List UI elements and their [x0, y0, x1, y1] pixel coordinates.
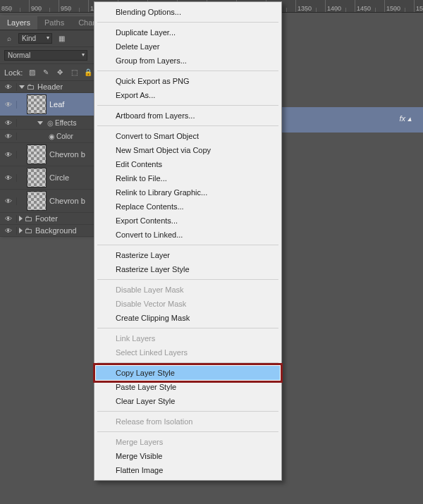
- menu-item[interactable]: Artboard from Layers...: [96, 109, 280, 123]
- visibility-eye-icon[interactable]: 👁: [0, 83, 17, 91]
- layer-row[interactable]: 👁◎Effects: [0, 116, 102, 130]
- layer-row[interactable]: 👁🗀Header: [0, 81, 102, 93]
- ruler-mark: 950: [59, 0, 89, 12]
- layer-row[interactable]: 👁Chevron b: [0, 190, 102, 213]
- layer-row[interactable]: 👁◉Color: [0, 130, 102, 143]
- visibility-eye-icon[interactable]: 👁: [0, 133, 17, 140]
- menu-separator: [97, 70, 278, 71]
- layer-filter-row: ⌕ Kind ▦: [0, 30, 102, 47]
- panel-tabs: LayersPathsChannels: [0, 16, 102, 30]
- menu-separator: [97, 125, 278, 126]
- lock-label: Lock:: [4, 68, 23, 77]
- folder-icon: 🗀: [25, 226, 32, 235]
- layer-name[interactable]: Footer: [35, 214, 102, 223]
- layer-thumbnail[interactable]: [27, 145, 47, 164]
- menu-item: Link Layers: [96, 331, 280, 345]
- folder-icon: 🗀: [25, 214, 32, 223]
- menu-item[interactable]: Merge Visible: [96, 449, 280, 463]
- lock-position-icon[interactable]: ✥: [55, 68, 65, 78]
- menu-item[interactable]: Edit Contents: [96, 157, 280, 171]
- disclosure-triangle-icon[interactable]: [19, 228, 23, 233]
- fx-icon: ◎: [45, 118, 55, 128]
- tab-layers[interactable]: Layers: [0, 16, 37, 30]
- lock-pixels-icon[interactable]: ✎: [41, 68, 51, 78]
- lock-artboard-icon[interactable]: ⬚: [69, 68, 79, 78]
- menu-item[interactable]: Convert to Smart Object: [96, 129, 280, 143]
- visibility-eye-icon[interactable]: 👁: [0, 227, 17, 235]
- ruler-mark: 1500: [385, 0, 415, 12]
- search-icon[interactable]: ⌕: [4, 34, 14, 44]
- layer-name[interactable]: Background: [35, 226, 102, 235]
- ruler-mark: 1450: [355, 0, 385, 12]
- fx-badge: fx ▴: [399, 114, 412, 123]
- menu-item[interactable]: Rasterize Layer Style: [96, 262, 280, 276]
- visibility-eye-icon[interactable]: 👁: [0, 174, 17, 182]
- menu-item[interactable]: Relink to Library Graphic...: [96, 185, 280, 199]
- layers-panel: LayersPathsChannels ⌕ Kind ▦ Normal Lock…: [0, 16, 102, 237]
- blend-mode-dropdown[interactable]: Normal: [4, 50, 87, 61]
- menu-item[interactable]: Convert to Linked...: [96, 228, 280, 242]
- layer-thumbnail[interactable]: [27, 191, 47, 211]
- menu-item[interactable]: Clear Layer Style: [96, 394, 280, 408]
- layer-thumbnail[interactable]: [27, 168, 47, 188]
- menu-item: Release from Isolation: [96, 414, 280, 429]
- menu-separator: [97, 362, 278, 363]
- menu-item[interactable]: Create Clipping Mask: [96, 311, 280, 325]
- menu-separator: [97, 411, 278, 412]
- menu-separator: [97, 245, 278, 245]
- layer-row[interactable]: 👁Circle: [0, 166, 102, 190]
- menu-separator: [97, 22, 278, 23]
- menu-item: Disable Layer Mask: [96, 283, 280, 297]
- visibility-eye-icon[interactable]: 👁: [0, 119, 17, 127]
- menu-item[interactable]: Duplicate Layer...: [96, 25, 280, 39]
- lock-all-icon[interactable]: 🔒: [83, 68, 93, 78]
- layer-row[interactable]: 👁🗀Background: [0, 225, 102, 237]
- menu-item[interactable]: Delete Layer: [96, 39, 280, 54]
- layer-name[interactable]: Header: [37, 82, 102, 91]
- menu-separator: [97, 279, 278, 280]
- folder-icon: 🗀: [27, 82, 35, 91]
- menu-item[interactable]: Quick Export as PNG: [96, 74, 280, 88]
- menu-item[interactable]: Replace Contents...: [96, 199, 280, 214]
- menu-item[interactable]: Blending Options...: [96, 5, 280, 19]
- menu-item[interactable]: Export Contents...: [96, 214, 280, 228]
- layer-thumbnail[interactable]: [27, 94, 47, 114]
- disclosure-triangle-icon[interactable]: [19, 85, 25, 89]
- filter-image-icon[interactable]: ▦: [56, 34, 66, 44]
- menu-separator: [97, 328, 278, 328]
- menu-separator: [97, 105, 278, 106]
- visibility-eye-icon[interactable]: 👁: [0, 151, 17, 159]
- visibility-eye-icon[interactable]: 👁: [0, 215, 17, 223]
- layer-row[interactable]: 👁Leaf: [0, 93, 102, 116]
- layer-row[interactable]: 👁Chevron b: [0, 143, 102, 166]
- menu-item[interactable]: Paste Layer Style: [96, 380, 280, 394]
- blend-mode-row: Normal: [0, 47, 102, 64]
- ruler-mark: 1350: [296, 0, 326, 12]
- ruler-mark: 1400: [326, 0, 355, 12]
- menu-item[interactable]: Copy Layer Style: [96, 366, 280, 380]
- layers-list: 👁🗀Header👁Leaf👁◎Effects👁◉Color👁Chevron b👁…: [0, 81, 102, 237]
- menu-item: Merge Layers: [96, 435, 280, 449]
- filter-kind-dropdown[interactable]: Kind: [18, 33, 52, 44]
- layer-row[interactable]: 👁🗀Footer: [0, 213, 102, 225]
- ruler-mark: 900: [30, 0, 59, 12]
- menu-separator: [97, 431, 278, 432]
- menu-item[interactable]: Group from Layers...: [96, 54, 280, 68]
- menu-item[interactable]: Relink to File...: [96, 171, 280, 185]
- menu-item[interactable]: Rasterize Layer: [96, 248, 280, 262]
- menu-item: Select Linked Layers: [96, 345, 280, 359]
- ruler-mark: 850: [0, 0, 30, 12]
- visibility-eye-icon[interactable]: 👁: [0, 197, 17, 205]
- lock-transparent-icon[interactable]: ▨: [27, 68, 37, 78]
- menu-item[interactable]: Export As...: [96, 88, 280, 102]
- menu-item[interactable]: Flatten Image: [96, 463, 280, 477]
- layer-context-menu: Blending Options...Duplicate Layer...Del…: [94, 1, 282, 481]
- fx-item-icon: ◉: [47, 131, 56, 141]
- ruler-mark: 1550: [415, 0, 423, 12]
- disclosure-triangle-icon[interactable]: [37, 121, 43, 125]
- disclosure-triangle-icon[interactable]: [19, 216, 23, 221]
- visibility-eye-icon[interactable]: 👁: [0, 101, 17, 109]
- menu-item[interactable]: New Smart Object via Copy: [96, 143, 280, 157]
- menu-item: Disable Vector Mask: [96, 297, 280, 311]
- tab-paths[interactable]: Paths: [37, 16, 71, 30]
